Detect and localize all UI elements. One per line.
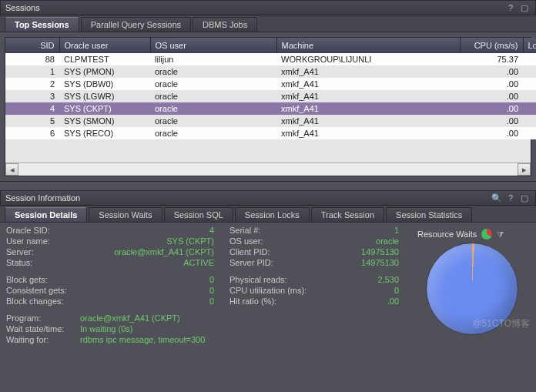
sessions-table: SID Oracle user OS user Machine CPU (ms/…	[5, 38, 536, 139]
lbl-server: Server:	[6, 247, 75, 256]
lbl-server-pid: Server PID:	[229, 258, 314, 267]
table-cell: SYS (DBW0)	[59, 78, 150, 90]
val-oracle-sid: 4	[80, 226, 214, 235]
tab-track-session[interactable]: Track Session	[311, 207, 384, 222]
resource-waits-panel: Resource Waits ⧩	[414, 226, 530, 344]
val-server: oracle@xmkf_A41 (CKPT)	[80, 247, 214, 256]
table-cell: .00	[460, 127, 523, 139]
tab-top-sessions[interactable]: Top Sessions	[5, 17, 79, 32]
help-icon[interactable]: ?	[504, 2, 517, 14]
table-cell	[523, 78, 536, 90]
search-icon[interactable]: 🔍	[491, 192, 503, 204]
maximize-icon[interactable]: ▢	[518, 2, 531, 14]
detail-left-column: Oracle SID:4 User name:SYS (CKPT) Server…	[6, 226, 214, 344]
lbl-serial: Serial #:	[229, 226, 314, 235]
table-cell: xmkf_A41	[276, 78, 460, 90]
val-serial: 1	[319, 226, 399, 235]
tab-session-waits[interactable]: Session Waits	[89, 207, 162, 222]
table-cell: oracle	[150, 102, 276, 115]
horizontal-scrollbar[interactable]: ◂ ▸	[5, 162, 531, 176]
table-cell: SYS (RECO)	[59, 127, 150, 139]
lbl-wait-state: Wait state/time:	[6, 324, 75, 333]
help-icon[interactable]: ?	[504, 192, 517, 204]
resource-waits-title: Resource Waits	[417, 230, 477, 239]
maximize-icon[interactable]: ▢	[518, 192, 531, 204]
lbl-client-pid: Client PID:	[229, 247, 314, 256]
val-user-name: SYS (CKPT)	[80, 236, 214, 246]
tab-dbms-jobs[interactable]: DBMS Jobs	[193, 17, 257, 32]
table-cell: xmkf_A41	[276, 65, 460, 78]
detail-right-column: Serial #:1 OS user:oracle Client PID:149…	[229, 226, 399, 344]
table-cell	[523, 53, 536, 65]
tab-session-locks[interactable]: Session Locks	[235, 207, 310, 222]
scroll-right-icon[interactable]: ▸	[518, 163, 531, 176]
lbl-user-name: User name:	[6, 236, 75, 246]
val-program: oracle@xmkf_A41 (CKPT)	[80, 313, 214, 323]
table-row[interactable]: 2SYS (DBW0)oraclexmkf_A41.00	[5, 78, 536, 90]
table-row[interactable]: 6SYS (RECO)oraclexmkf_A41.00	[5, 127, 536, 139]
lbl-os-user: OS user:	[229, 236, 314, 246]
lbl-status: Status:	[6, 258, 75, 267]
table-row[interactable]: 3SYS (LGWR)oraclexmkf_A41.00	[5, 90, 536, 102]
table-cell	[523, 102, 536, 115]
table-cell: SYS (CKPT)	[59, 102, 150, 115]
table-cell: .00	[460, 65, 523, 78]
filter-icon[interactable]: ⧩	[497, 230, 504, 240]
tab-session-details[interactable]: Session Details	[5, 207, 87, 222]
session-info-panel-header: Session Information 🔍 ? ▢	[0, 190, 536, 206]
table-cell: lilijun	[150, 53, 276, 65]
table-cell	[523, 127, 536, 139]
table-cell: .00	[460, 102, 523, 115]
scroll-left-icon[interactable]: ◂	[5, 163, 18, 176]
table-cell: 3	[5, 90, 59, 102]
table-cell: oracle	[150, 78, 276, 90]
scroll-track[interactable]	[18, 163, 518, 176]
table-cell: xmkf_A41	[276, 115, 460, 127]
table-header-row: SID Oracle user OS user Machine CPU (ms/…	[5, 38, 536, 53]
table-cell: oracle	[150, 127, 276, 139]
table-row[interactable]: 5SYS (SMON)oraclexmkf_A41.00	[5, 115, 536, 127]
tab-session-statistics[interactable]: Session Statistics	[386, 207, 472, 222]
table-empty-area	[5, 139, 531, 162]
session-detail-tab-bar: Session DetailsSession WaitsSession SQLS…	[0, 206, 536, 223]
val-phys-reads: 2,530	[319, 275, 399, 284]
col-lo[interactable]: Lo	[523, 38, 536, 53]
col-machine[interactable]: Machine	[276, 38, 460, 53]
table-row[interactable]: 88CLPMTESTlilijunWORKGROUP\LIJUNLI75.37	[5, 53, 536, 65]
lbl-waiting-for: Waiting for:	[6, 335, 75, 344]
table-row[interactable]: 1SYS (PMON)oraclexmkf_A41.00	[5, 65, 536, 78]
session-info-title: Session Information	[5, 193, 80, 203]
table-cell: CLPMTEST	[59, 53, 150, 65]
table-cell	[523, 90, 536, 102]
val-os-user: oracle	[319, 236, 399, 246]
col-oracle-user[interactable]: Oracle user	[59, 38, 150, 53]
lbl-cpu-util: CPU utilization (ms):	[229, 286, 314, 295]
chart-type-icon[interactable]	[481, 229, 492, 240]
col-sid[interactable]: SID	[5, 38, 59, 53]
val-cpu-util: 0	[319, 286, 399, 295]
table-cell: xmkf_A41	[276, 127, 460, 139]
session-details-content: Oracle SID:4 User name:SYS (CKPT) Server…	[0, 223, 536, 347]
lbl-program: Program:	[6, 313, 75, 323]
table-cell	[523, 115, 536, 127]
val-server-pid: 14975130	[319, 258, 399, 267]
val-block-chg: 0	[80, 297, 214, 306]
table-cell: SYS (PMON)	[59, 65, 150, 78]
table-cell: 75.37	[460, 53, 523, 65]
table-cell: oracle	[150, 90, 276, 102]
lbl-hit-ratio: Hit ratio (%):	[229, 297, 314, 306]
tab-session-sql[interactable]: Session SQL	[164, 207, 233, 222]
lbl-phys-reads: Physical reads:	[229, 275, 314, 284]
lbl-block-chg: Block changes:	[6, 297, 75, 306]
table-cell: 4	[5, 102, 59, 115]
table-row[interactable]: 4SYS (CKPT)oraclexmkf_A41.00	[5, 102, 536, 115]
col-cpu[interactable]: CPU (ms/s)	[460, 38, 523, 53]
sessions-table-container: SID Oracle user OS user Machine CPU (ms/…	[0, 32, 536, 181]
col-os-user[interactable]: OS user	[150, 38, 276, 53]
table-cell: SYS (SMON)	[59, 115, 150, 127]
table-cell: oracle	[150, 65, 276, 78]
sessions-panel-title: Sessions	[5, 3, 40, 12]
tab-parallel-query-sessions[interactable]: Parallel Query Sessions	[81, 17, 191, 32]
val-hit-ratio: .00	[319, 297, 399, 306]
table-cell: oracle	[150, 115, 276, 127]
